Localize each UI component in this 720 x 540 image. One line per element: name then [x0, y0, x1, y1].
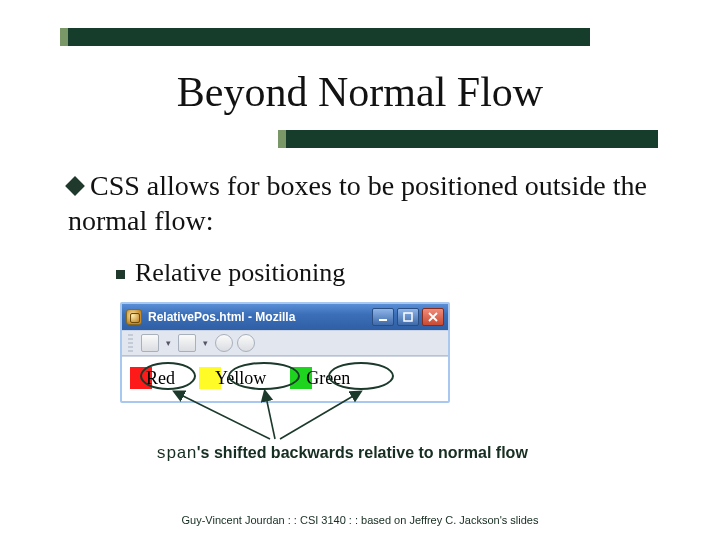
bullet-main: CSS allows for boxes to be positioned ou… — [68, 168, 668, 238]
window-titlebar: RelativePos.html - Mozilla — [122, 304, 448, 330]
svg-rect-1 — [404, 313, 412, 321]
caption-code: span — [156, 444, 197, 463]
square-bullet-icon — [116, 270, 125, 279]
slide-body: CSS allows for boxes to be positioned ou… — [68, 168, 668, 288]
label-green: Green — [302, 368, 354, 389]
toolbar-button-1[interactable] — [141, 334, 159, 352]
maximize-button[interactable] — [397, 308, 419, 326]
caption-text: 's shifted backwards relative to normal … — [197, 444, 528, 461]
toolbar-button-4[interactable] — [237, 334, 255, 352]
toolbar-button-2[interactable] — [178, 334, 196, 352]
label-red: Red — [142, 368, 179, 389]
sub-bullet: Relative positioning — [116, 258, 668, 288]
bullet-main-text: CSS allows for boxes to be positioned ou… — [68, 170, 647, 236]
slide: Beyond Normal Flow CSS allows for boxes … — [0, 0, 720, 540]
slide-title: Beyond Normal Flow — [0, 68, 720, 116]
maximize-icon — [403, 312, 413, 322]
decor-bar-mid — [278, 130, 658, 148]
minimize-icon — [378, 312, 388, 322]
window-controls — [372, 308, 444, 326]
swatch-red-group: Red — [130, 367, 179, 389]
minimize-button[interactable] — [372, 308, 394, 326]
svg-rect-0 — [379, 319, 387, 321]
browser-window: RelativePos.html - Mozilla ▾ ▾ — [120, 302, 450, 403]
footer: Guy-Vincent Jourdan : : CSI 3140 : : bas… — [0, 514, 720, 526]
window-toolbar: ▾ ▾ — [122, 330, 448, 356]
toolbar-button-3[interactable] — [215, 334, 233, 352]
diamond-bullet-icon — [65, 176, 85, 196]
caption: span's shifted backwards relative to nor… — [156, 444, 616, 463]
swatch-yellow-group: Yellow — [199, 367, 270, 389]
sub-bullet-text: Relative positioning — [135, 258, 345, 287]
close-button[interactable] — [422, 308, 444, 326]
close-icon — [428, 312, 438, 322]
toolbar-grip-icon — [128, 334, 133, 352]
app-icon — [126, 309, 142, 325]
window-title: RelativePos.html - Mozilla — [148, 310, 295, 324]
chevron-down-icon[interactable]: ▾ — [163, 334, 174, 352]
window-content: Red Yellow Green — [122, 356, 448, 401]
decor-bar-top — [60, 28, 590, 46]
label-yellow: Yellow — [211, 368, 270, 389]
chevron-down-icon[interactable]: ▾ — [200, 334, 211, 352]
swatch-green-group: Green — [290, 367, 354, 389]
